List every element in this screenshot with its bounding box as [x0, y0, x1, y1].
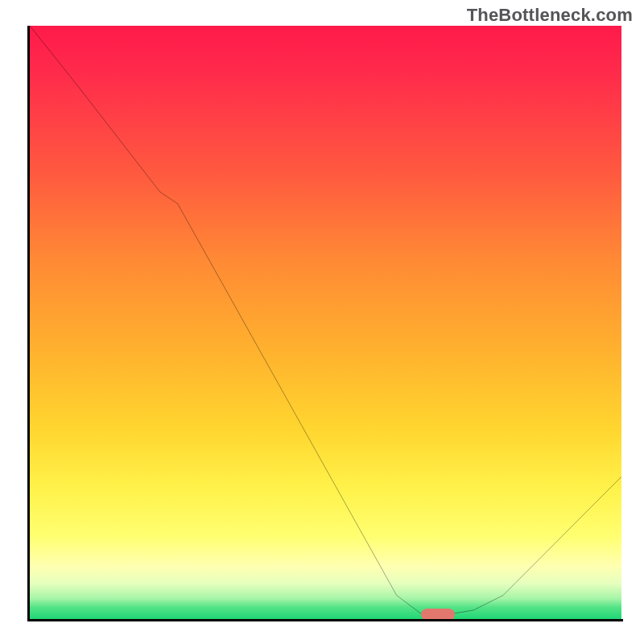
chart-container: TheBottleneck.com	[0, 0, 644, 644]
axes-frame	[27, 26, 623, 621]
watermark-text: TheBottleneck.com	[467, 5, 633, 26]
